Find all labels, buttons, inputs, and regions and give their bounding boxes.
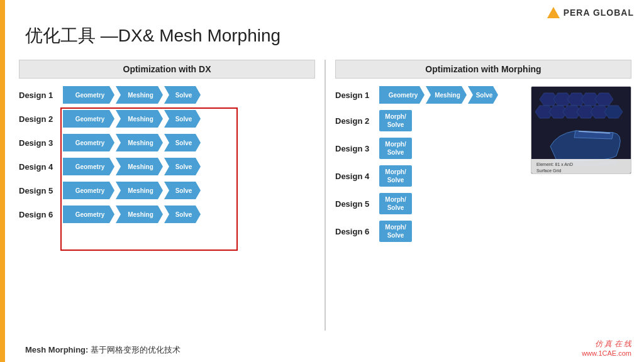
meshing-arrow-3: Meshing: [116, 134, 163, 151]
right-designs-list: Design 1 Geometry Meshing Solve Design 2…: [335, 86, 525, 248]
design-row-6: Design 6 Geometry Meshing Solve: [19, 206, 315, 223]
right-design-row-1: Design 1 Geometry Meshing Solve: [335, 86, 525, 104]
geometry-arrow-4: Geometry: [63, 158, 114, 175]
watermark: 仿 真 在 线 www.1CAE.com: [582, 339, 631, 357]
design-3-label: Design 3: [19, 138, 58, 148]
morph-solve-2: Morph/Solve: [379, 110, 412, 131]
geometry-arrow-6: Geometry: [63, 206, 114, 223]
morph-solve-3: Morph/Solve: [379, 138, 412, 159]
page-title: 优化工具 —DX& Mesh Morphing: [25, 24, 280, 48]
logo-triangle-icon: [547, 7, 560, 18]
bottom-note: Mesh Morphing: 基于网格变形的优化技术: [25, 344, 180, 356]
meshing-arrow-4: Meshing: [116, 158, 163, 175]
bottom-note-text: 基于网格变形的优化技术: [88, 345, 180, 354]
left-panel-header: Optimization with DX: [19, 60, 315, 79]
geometry-arrow-5: Geometry: [63, 182, 114, 199]
meshing-arrow-2: Meshing: [116, 110, 163, 128]
design-1-arrows: Geometry Meshing Solve: [63, 86, 315, 104]
right-design-row-5: Design 5 Morph/Solve: [335, 193, 525, 214]
r-geometry-arrow-1: Geometry: [379, 86, 425, 104]
right-panel-header: Optimization with Morphing: [335, 60, 631, 79]
solve-arrow-5: Solve: [164, 182, 201, 199]
meshing-arrow-5: Meshing: [116, 182, 163, 199]
dx-design-rows: Design 1 Geometry Meshing Solve Design 2…: [19, 86, 315, 223]
design-5-arrows: Geometry Meshing Solve: [63, 182, 315, 199]
design-6-label: Design 6: [19, 210, 58, 219]
right-design-row-3: Design 3 Morph/Solve: [335, 138, 525, 159]
design-2-arrows: Geometry Meshing Solve: [63, 110, 315, 128]
right-design-area: Design 1 Geometry Meshing Solve Design 2…: [335, 86, 631, 248]
design-3-arrows: Geometry Meshing Solve: [63, 134, 315, 151]
design-row-5: Design 5 Geometry Meshing Solve: [19, 182, 315, 199]
meshing-arrow-1: Meshing: [116, 86, 163, 104]
design-row-3: Design 3 Geometry Meshing Solve: [19, 134, 315, 151]
geometry-arrow-2: Geometry: [63, 110, 114, 128]
solve-arrow-2: Solve: [164, 110, 201, 128]
design-2-label: Design 2: [19, 114, 58, 124]
solve-arrow-1: Solve: [164, 86, 201, 104]
right-design-1-label: Design 1: [335, 90, 374, 100]
watermark-line2: www.1CAE.com: [582, 349, 631, 357]
r-meshing-arrow-1: Meshing: [426, 86, 467, 104]
left-panel: Optimization with DX Design 1 Geometry M…: [13, 60, 321, 331]
panel-divider: [325, 60, 326, 331]
solve-arrow-6: Solve: [164, 206, 201, 223]
content-area: Optimization with DX Design 1 Geometry M…: [13, 60, 638, 331]
right-panel: Optimization with Morphing Design 1 Geom…: [329, 60, 638, 331]
car-3d-image: Element: 81 x AnD Surface Grid: [531, 86, 631, 174]
right-design-2-label: Design 2: [335, 116, 374, 126]
bottom-note-bold: Mesh Morphing:: [25, 345, 88, 354]
right-design-row-6: Design 6 Morph/Solve: [335, 221, 525, 242]
right-design-1-arrows: Geometry Meshing Solve: [379, 86, 525, 104]
design-row-4: Design 4 Geometry Meshing Solve: [19, 158, 315, 175]
morph-solve-4: Morph/Solve: [379, 165, 412, 187]
logo: PERA GLOBAL: [547, 7, 634, 18]
design-5-label: Design 5: [19, 186, 58, 195]
right-design-row-4: Design 4 Morph/Solve: [335, 165, 525, 187]
right-design-5-label: Design 5: [335, 199, 374, 209]
r-solve-arrow-1: Solve: [468, 86, 498, 104]
design-row-2: Design 2 Geometry Meshing Solve: [19, 110, 315, 128]
solve-arrow-4: Solve: [164, 158, 201, 175]
geometry-arrow-1: Geometry: [63, 86, 114, 104]
meshing-arrow-6: Meshing: [116, 206, 163, 223]
right-design-3-label: Design 3: [335, 144, 374, 153]
design-row-1: Design 1 Geometry Meshing Solve: [19, 86, 315, 104]
svg-text:Surface Grid: Surface Grid: [536, 168, 561, 173]
right-design-6-label: Design 6: [335, 227, 374, 236]
right-design-row-2: Design 2 Morph/Solve: [335, 110, 525, 131]
design-6-arrows: Geometry Meshing Solve: [63, 206, 315, 223]
design-4-label: Design 4: [19, 162, 58, 172]
right-design-4-label: Design 4: [335, 172, 374, 181]
svg-text:Element: 81 x AnD: Element: 81 x AnD: [536, 162, 573, 167]
yellow-accent-border: [0, 0, 5, 362]
geometry-arrow-3: Geometry: [63, 134, 114, 151]
red-highlight-box: [60, 107, 238, 251]
logo-text: PERA GLOBAL: [564, 8, 634, 18]
morph-solve-5: Morph/Solve: [379, 193, 412, 214]
design-4-arrows: Geometry Meshing Solve: [63, 158, 315, 175]
morph-solve-6: Morph/Solve: [379, 221, 412, 242]
design-1-label: Design 1: [19, 90, 58, 100]
watermark-line1: 仿 真 在 线: [582, 339, 631, 349]
top-bar: PERA GLOBAL: [518, 0, 644, 25]
solve-arrow-3: Solve: [164, 134, 201, 151]
